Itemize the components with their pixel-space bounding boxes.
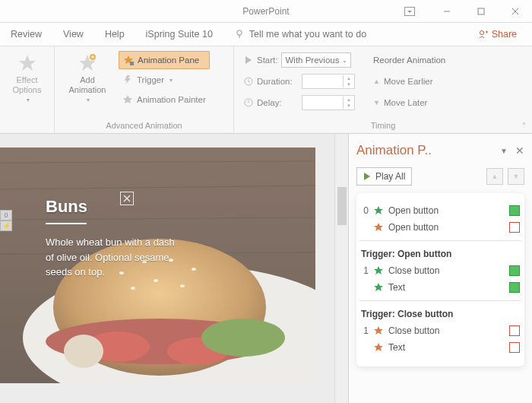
move-up-button[interactable]: ▲: [486, 168, 503, 185]
trigger-label: Trigger: Close button: [359, 300, 521, 322]
svg-marker-45: [374, 206, 383, 214]
move-earlier-button[interactable]: ▲ Move Earlier: [369, 72, 449, 90]
item-label: Open button: [388, 222, 505, 233]
up-arrow-icon: ▲: [373, 78, 380, 85]
animation-tag[interactable]: 0: [0, 210, 12, 221]
titlebar: PowerPoint: [0, 0, 532, 23]
pane-close-icon[interactable]: ✕: [515, 144, 524, 157]
animation-item[interactable]: Text: [359, 339, 521, 356]
pane-title: Animation P..: [356, 143, 432, 158]
animation-item[interactable]: 0Open button: [359, 202, 521, 219]
group-advanced-animation: Add Animation ▾ Animation Pane Trigger ▾…: [55, 46, 234, 133]
item-label: Text: [388, 342, 505, 353]
svg-marker-48: [374, 283, 383, 291]
svg-marker-47: [374, 266, 383, 274]
slide: Buns Whole wheat bun with a dash of oliv…: [0, 148, 315, 383]
item-number: 1: [361, 265, 369, 276]
svg-marker-49: [374, 326, 383, 335]
animation-painter-button[interactable]: Animation Painter: [119, 90, 210, 109]
pane-menu-icon[interactable]: ▼: [500, 147, 508, 155]
maximize-button[interactable]: [464, 0, 498, 23]
move-later-button[interactable]: ▼ Move Later: [369, 94, 449, 112]
lightbulb-icon: [234, 29, 245, 40]
clock-icon: [244, 98, 253, 107]
timeline-swatch: [509, 342, 520, 353]
timeline-swatch: [509, 325, 520, 336]
item-number: 1: [361, 325, 369, 336]
item-number: 0: [361, 205, 369, 216]
close-button[interactable]: [498, 0, 532, 23]
timeline-swatch: [509, 265, 520, 276]
svg-marker-46: [374, 223, 383, 231]
ribbon-tabs: Review View Help iSpring Suite 10 Tell m…: [0, 23, 532, 46]
star-icon: [373, 265, 384, 276]
slide-body: Whole wheat bun with a dash of olive oil…: [46, 235, 175, 280]
workspace: Buns Whole wheat bun with a dash of oliv…: [0, 134, 532, 403]
duration-row: Duration: ▲▼: [240, 72, 359, 90]
timeline-swatch: [509, 282, 520, 293]
pane-icon: [123, 55, 134, 65]
share-button[interactable]: Share: [478, 29, 517, 40]
animation-item[interactable]: Open button: [359, 219, 521, 236]
effect-options-button[interactable]: Effect Options ▾: [6, 49, 48, 103]
tab-review[interactable]: Review: [11, 29, 42, 40]
item-label: Close button: [388, 325, 505, 336]
group-effect-options: Effect Options ▾: [0, 46, 55, 133]
vertical-scrollbar[interactable]: [334, 134, 348, 403]
tab-view[interactable]: View: [63, 29, 84, 40]
star-plus-icon: [77, 52, 98, 74]
duration-field[interactable]: ▲▼: [302, 74, 355, 89]
star-icon: [17, 52, 38, 74]
svg-rect-2: [478, 8, 484, 14]
animation-item[interactable]: Text: [359, 279, 521, 296]
tab-help[interactable]: Help: [105, 29, 125, 40]
play-icon: [244, 56, 253, 65]
svg-rect-15: [130, 62, 134, 65]
svg-marker-17: [245, 56, 252, 64]
minimize-button[interactable]: [429, 0, 464, 23]
tell-me-search[interactable]: Tell me what you want to do: [234, 29, 366, 40]
reorder-label: Reorder Animation: [369, 51, 449, 69]
start-select[interactable]: With Previous ⌄: [281, 52, 351, 68]
slide-title: Buns: [46, 197, 243, 223]
delay-field[interactable]: ▲▼: [302, 95, 355, 110]
animation-pane: Animation P.. ▼ ✕ Play All ▲ ▼ 0Open but…: [348, 134, 532, 403]
animation-tags: 0 ⚡: [0, 210, 12, 231]
clock-icon: [244, 77, 253, 86]
item-label: Text: [388, 282, 505, 293]
close-icon: [123, 195, 131, 202]
app-title: PowerPoint: [242, 6, 289, 17]
timeline-swatch: [509, 222, 520, 233]
trigger-label: Trigger: Open button: [359, 240, 521, 262]
chevron-down-icon: ⌄: [342, 57, 347, 64]
svg-marker-9: [19, 55, 36, 71]
star-icon: [373, 205, 384, 216]
slide-close-shape[interactable]: [120, 192, 134, 205]
window-controls: [429, 0, 532, 23]
move-down-button[interactable]: ▼: [508, 168, 524, 185]
tab-ispring[interactable]: iSpring Suite 10: [146, 29, 213, 40]
animation-pane-button[interactable]: Animation Pane: [119, 51, 210, 69]
ribbon-display-options[interactable]: [394, 0, 426, 23]
start-row: Start: With Previous ⌄: [240, 51, 359, 69]
animation-item[interactable]: 1Close button: [359, 262, 521, 279]
play-icon: [363, 173, 371, 180]
group-timing: Start: With Previous ⌄ Duration: ▲▼ Dela…: [234, 46, 532, 133]
collapse-ribbon-icon[interactable]: ˄: [522, 122, 526, 130]
chevron-down-icon: ▾: [87, 97, 90, 103]
svg-point-8: [480, 30, 483, 34]
animation-item[interactable]: 1Close button: [359, 322, 521, 339]
delay-row: Delay: ▲▼: [240, 94, 359, 112]
add-animation-button[interactable]: Add Animation ▾: [61, 49, 114, 103]
item-label: Close button: [388, 265, 505, 276]
play-all-button[interactable]: Play All: [356, 167, 412, 186]
animation-tag[interactable]: ⚡: [0, 221, 12, 231]
trigger-icon: [122, 75, 133, 85]
slide-area[interactable]: Buns Whole wheat bun with a dash of oliv…: [0, 134, 348, 403]
trigger-button[interactable]: Trigger ▾: [119, 71, 210, 89]
painter-icon: [122, 94, 133, 105]
share-icon: [478, 29, 489, 40]
star-icon: [373, 222, 384, 233]
chevron-down-icon: ▾: [27, 97, 30, 103]
star-icon: [373, 282, 384, 293]
